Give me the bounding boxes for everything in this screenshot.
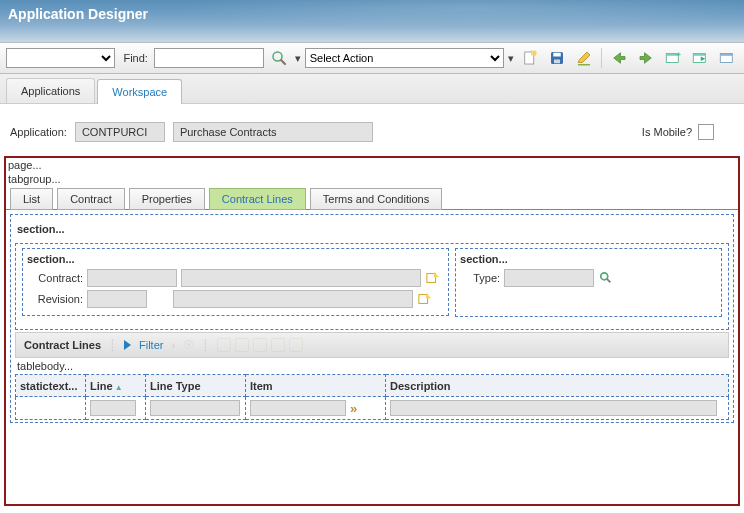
cell-line[interactable] <box>90 400 136 416</box>
app-title: Application Designer <box>0 0 744 28</box>
svg-line-25 <box>607 279 611 283</box>
new-icon[interactable] <box>518 47 541 69</box>
svg-point-4 <box>532 51 537 56</box>
svg-marker-23 <box>426 293 431 298</box>
inner-tabs: List Contract Properties Contract Lines … <box>6 186 738 210</box>
action-select[interactable]: Select Action <box>305 48 505 68</box>
contract-field-1[interactable] <box>87 269 177 287</box>
svg-marker-21 <box>434 272 439 277</box>
section-left[interactable]: section... Contract: Revision: <box>22 248 449 316</box>
svg-marker-8 <box>578 52 590 63</box>
section-right-label: section... <box>460 253 717 265</box>
svg-point-24 <box>601 273 608 280</box>
window-icon[interactable] <box>715 47 738 69</box>
tab-workspace[interactable]: Workspace <box>97 79 182 104</box>
design-canvas: page... tabgroup... List Contract Proper… <box>4 156 740 506</box>
paging-icons <box>217 338 303 352</box>
col-item[interactable]: Item <box>246 375 386 397</box>
svg-rect-7 <box>554 60 560 64</box>
forward-icon[interactable] <box>635 47 658 69</box>
revision-field-2[interactable] <box>173 290 413 308</box>
toolbar: Find: ▾ Select Action ▾ + <box>0 42 744 74</box>
col-statictext[interactable]: statictext... <box>16 375 86 397</box>
window-arrow-icon[interactable] <box>688 47 711 69</box>
find-label: Find: <box>123 52 147 64</box>
detail-menu-icon-2[interactable] <box>417 291 433 307</box>
svg-rect-16 <box>693 54 705 56</box>
contract-field-2[interactable] <box>181 269 421 287</box>
contract-lines-table: statictext... Line▲ Line Type Item Descr… <box>15 374 729 420</box>
itab-properties[interactable]: Properties <box>129 188 205 210</box>
cell-line-type[interactable] <box>150 400 240 416</box>
type-label: Type: <box>460 272 500 284</box>
itab-contract[interactable]: Contract <box>57 188 125 210</box>
detail-menu-icon[interactable] <box>425 270 441 286</box>
filter-link[interactable]: Filter <box>139 339 163 351</box>
itab-terms[interactable]: Terms and Conditions <box>310 188 442 210</box>
section-label: section... <box>13 217 731 241</box>
window-plus-icon[interactable]: + <box>662 47 685 69</box>
revision-field-1[interactable] <box>87 290 147 308</box>
filter-play-icon[interactable] <box>124 340 131 350</box>
itab-list[interactable]: List <box>10 188 53 210</box>
is-mobile: Is Mobile? <box>642 124 714 140</box>
section-left-label: section... <box>27 253 444 265</box>
save-icon[interactable] <box>545 47 568 69</box>
expand-icon[interactable]: » <box>350 401 357 416</box>
is-mobile-checkbox[interactable] <box>698 124 714 140</box>
itab-contract-lines[interactable]: Contract Lines <box>209 188 306 210</box>
app-header: Application Designer <box>0 0 744 42</box>
table-title: Contract Lines <box>24 339 101 351</box>
col-line[interactable]: Line▲ <box>86 375 146 397</box>
application-desc[interactable]: Purchase Contracts <box>173 122 373 142</box>
application-label: Application: <box>10 126 67 138</box>
svg-text:+: + <box>677 50 682 59</box>
application-code[interactable]: CONTPURCI <box>75 122 165 142</box>
back-icon[interactable] <box>608 47 631 69</box>
svg-rect-19 <box>720 54 732 56</box>
page-node[interactable]: page... <box>6 158 738 172</box>
revision-label: Revision: <box>27 293 83 305</box>
is-mobile-label: Is Mobile? <box>642 126 692 138</box>
type-field[interactable] <box>504 269 594 287</box>
svg-rect-6 <box>553 53 561 57</box>
table-toolbar: Contract Lines ┊ Filter › ⦿ ┊ <box>15 332 729 358</box>
main-tabs: Applications Workspace <box>0 74 744 104</box>
section-right[interactable]: section... Type: <box>455 248 722 317</box>
cell-description[interactable] <box>390 400 717 416</box>
edit-icon[interactable] <box>572 47 595 69</box>
col-line-type[interactable]: Line Type <box>146 375 246 397</box>
app-info: Application: CONTPURCI Purchase Contract… <box>0 104 744 152</box>
col-description[interactable]: Description <box>386 375 729 397</box>
app-quickselect[interactable] <box>6 48 115 68</box>
tabgroup-node[interactable]: tabgroup... <box>6 172 738 186</box>
tablebody-node[interactable]: tablebody... <box>13 358 731 374</box>
search-icon[interactable] <box>268 47 291 69</box>
svg-line-1 <box>282 60 286 64</box>
section-outer[interactable]: section... section... Contract: Revisio <box>10 214 734 423</box>
svg-marker-10 <box>614 53 625 64</box>
svg-marker-11 <box>640 53 651 64</box>
contract-label: Contract: <box>27 272 83 284</box>
tab-applications[interactable]: Applications <box>6 78 95 103</box>
table-row[interactable]: » <box>16 397 729 420</box>
lookup-icon[interactable] <box>598 270 614 286</box>
find-input[interactable] <box>154 48 264 68</box>
cell-item[interactable] <box>250 400 346 416</box>
